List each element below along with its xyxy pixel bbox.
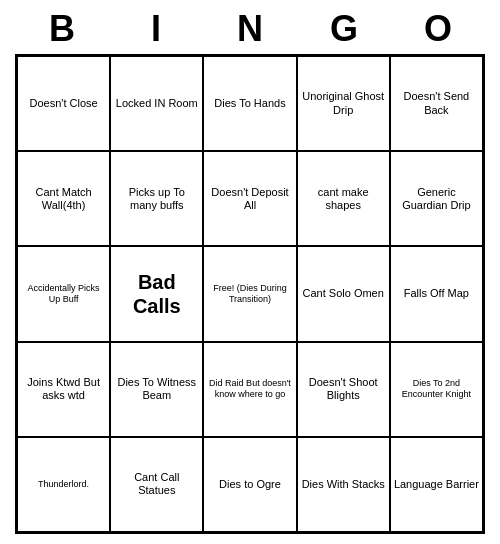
bingo-cell-15: Joins Ktwd But asks wtd — [17, 342, 110, 437]
bingo-cell-1: Locked IN Room — [110, 56, 203, 151]
bingo-letter-i: I — [112, 8, 200, 50]
bingo-letter-o: O — [394, 8, 482, 50]
bingo-cell-2: Dies To Hands — [203, 56, 296, 151]
bingo-cell-4: Doesn't Send Back — [390, 56, 483, 151]
bingo-letter-g: G — [300, 8, 388, 50]
bingo-cell-14: Falls Off Map — [390, 246, 483, 341]
bingo-cell-19: Dies To 2nd Encounter Knight — [390, 342, 483, 437]
bingo-letter-n: N — [206, 8, 294, 50]
bingo-cell-20: Thunderlord. — [17, 437, 110, 532]
bingo-cell-6: Picks up To many buffs — [110, 151, 203, 246]
bingo-cell-3: Unoriginal Ghost Drip — [297, 56, 390, 151]
bingo-cell-11: Bad Calls — [110, 246, 203, 341]
bingo-cell-17: Did Raid But doesn't know where to go — [203, 342, 296, 437]
bingo-cell-5: Cant Match Wall(4th) — [17, 151, 110, 246]
bingo-title: BINGO — [15, 8, 485, 50]
bingo-cell-8: cant make shapes — [297, 151, 390, 246]
bingo-cell-10: Accidentally Picks Up Buff — [17, 246, 110, 341]
bingo-grid: Doesn't CloseLocked IN RoomDies To Hands… — [15, 54, 485, 534]
bingo-cell-23: Dies With Stacks — [297, 437, 390, 532]
bingo-cell-12: Free! (Dies During Transition) — [203, 246, 296, 341]
bingo-cell-7: Doesn't Deposit All — [203, 151, 296, 246]
bingo-cell-9: Generic Guardian Drip — [390, 151, 483, 246]
bingo-cell-16: Dies To Witness Beam — [110, 342, 203, 437]
bingo-cell-24: Language Barrier — [390, 437, 483, 532]
bingo-cell-18: Doesn't Shoot Blights — [297, 342, 390, 437]
bingo-cell-0: Doesn't Close — [17, 56, 110, 151]
bingo-letter-b: B — [18, 8, 106, 50]
bingo-cell-21: Cant Call Statues — [110, 437, 203, 532]
bingo-cell-22: Dies to Ogre — [203, 437, 296, 532]
bingo-cell-13: Cant Solo Omen — [297, 246, 390, 341]
